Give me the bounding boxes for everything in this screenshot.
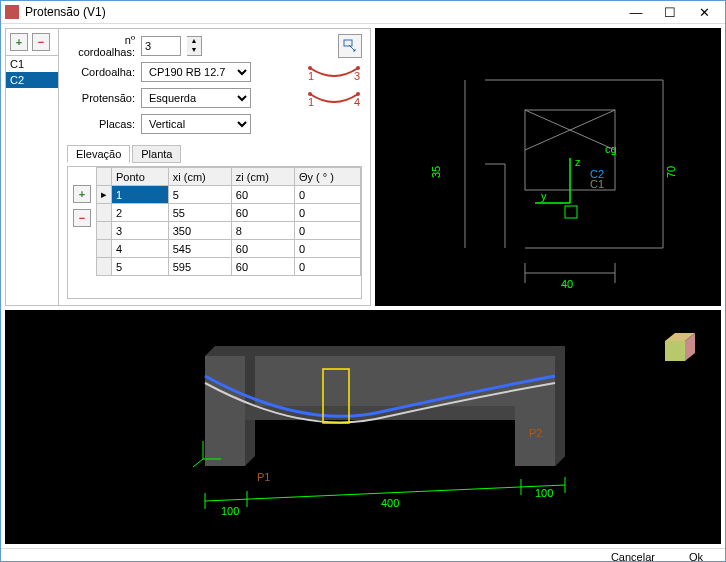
dim-len3: 100 [535, 487, 553, 499]
placas-label: Placas: [67, 118, 135, 130]
cordoalha-label: Cordoalha: [67, 66, 135, 78]
cell[interactable]: 0 [294, 204, 360, 222]
dim-len1: 100 [221, 505, 239, 517]
cell[interactable]: 595 [168, 258, 231, 276]
add-point-button[interactable]: + [73, 185, 91, 203]
add-cable-button[interactable]: + [10, 33, 28, 51]
table-row[interactable]: ▸15600 [97, 186, 361, 204]
table-row[interactable]: 335080 [97, 222, 361, 240]
col-header[interactable]: Θy ( ° ) [294, 168, 360, 186]
tendon-diagram-bottom: 14 [306, 88, 362, 108]
svg-marker-26 [205, 346, 565, 356]
cordoalha-select[interactable]: CP190 RB 12.7 [141, 62, 251, 82]
cell[interactable]: 1 [112, 186, 169, 204]
minimize-button[interactable]: — [619, 1, 653, 23]
tendon-diagram-top: 13 [306, 62, 362, 82]
cell[interactable]: 3 [112, 222, 169, 240]
col-header[interactable]: Ponto [112, 168, 169, 186]
cell[interactable]: 55 [168, 204, 231, 222]
dim-35: 35 [430, 166, 442, 178]
ok-button[interactable]: Ok [685, 549, 707, 562]
dim-40: 40 [561, 278, 573, 290]
protensao-label: Protensão: [67, 92, 135, 104]
row-header[interactable] [97, 240, 112, 258]
cell[interactable]: 0 [294, 186, 360, 204]
app-icon [5, 5, 19, 19]
cell[interactable]: 60 [231, 186, 294, 204]
placas-select[interactable]: Vertical [141, 114, 251, 134]
svg-text:1: 1 [308, 96, 314, 108]
row-header[interactable] [97, 204, 112, 222]
cell[interactable]: 0 [294, 222, 360, 240]
row-header[interactable] [97, 258, 112, 276]
svg-rect-0 [344, 40, 352, 46]
protensao-select[interactable]: Esquerda [141, 88, 251, 108]
cell[interactable]: 350 [168, 222, 231, 240]
row-header[interactable]: ▸ [97, 186, 112, 204]
view-cube[interactable] [665, 333, 695, 361]
dim-len2: 400 [381, 497, 399, 509]
tab-planta[interactable]: Planta [132, 145, 181, 163]
svg-marker-32 [555, 346, 565, 466]
cancel-button[interactable]: Cancelar [607, 549, 659, 562]
section-viewport[interactable]: C2 C1 cg y z 35 70 40 [375, 28, 721, 306]
svg-line-37 [193, 459, 203, 467]
cell[interactable]: 5 [168, 186, 231, 204]
label-y: y [541, 190, 547, 202]
dialog-footer: Cancelar Ok [1, 548, 725, 562]
titlebar: Protensão (V1) — ☐ ✕ [1, 1, 725, 24]
svg-rect-23 [565, 206, 577, 218]
cell[interactable]: 60 [231, 258, 294, 276]
cable-item[interactable]: C2 [6, 72, 58, 88]
svg-rect-28 [205, 356, 555, 406]
pick-tool-button[interactable] [338, 34, 362, 58]
cell[interactable]: 60 [231, 240, 294, 258]
cell[interactable]: 0 [294, 258, 360, 276]
window-title: Protensão (V1) [25, 5, 619, 19]
ncordoalhas-up[interactable]: ▲ [187, 37, 201, 46]
cell[interactable]: 2 [112, 204, 169, 222]
maximize-button[interactable]: ☐ [653, 1, 687, 23]
ncordoalhas-down[interactable]: ▼ [187, 46, 201, 55]
cell[interactable]: 8 [231, 222, 294, 240]
svg-rect-29 [205, 356, 245, 466]
cable-item[interactable]: C1 [6, 56, 58, 72]
cell[interactable]: 5 [112, 258, 169, 276]
tab-elevacao[interactable]: Elevação [67, 145, 130, 163]
remove-cable-button[interactable]: − [32, 33, 50, 51]
col-header[interactable]: zi (cm) [231, 168, 294, 186]
label-p2: P2 [529, 427, 542, 439]
col-header[interactable]: xi (cm) [168, 168, 231, 186]
svg-text:3: 3 [354, 70, 360, 82]
ncordoalhas-label: nº cordoalhas: [67, 34, 135, 58]
label-p1: P1 [257, 471, 270, 483]
table-row[interactable]: 5595600 [97, 258, 361, 276]
dim-70: 70 [665, 166, 677, 178]
table-row[interactable]: 255600 [97, 204, 361, 222]
cell[interactable]: 4 [112, 240, 169, 258]
svg-text:C1: C1 [590, 178, 604, 190]
svg-rect-43 [665, 341, 685, 361]
ncordoalhas-input[interactable] [141, 36, 181, 56]
row-header[interactable] [97, 222, 112, 240]
cell[interactable]: 0 [294, 240, 360, 258]
config-pane: + − C1C2 nº cordoalhas: ▲ ▼ [5, 28, 371, 306]
window: Protensão (V1) — ☐ ✕ + − C1C2 nº cordoa [0, 0, 726, 562]
cursor-icon [343, 39, 357, 53]
cable-list-panel: + − C1C2 [5, 28, 59, 306]
label-cg: cg [605, 143, 617, 155]
table-row[interactable]: 4545600 [97, 240, 361, 258]
cable-list[interactable]: C1C2 [6, 55, 58, 305]
cell[interactable]: 545 [168, 240, 231, 258]
svg-text:4: 4 [354, 96, 360, 108]
svg-rect-31 [515, 356, 555, 466]
model-viewport[interactable]: P1 P2 100 400 100 [5, 310, 721, 544]
points-grid[interactable]: Pontoxi (cm)zi (cm)Θy ( ° ) ▸15600255600… [96, 167, 361, 298]
label-z: z [575, 156, 581, 168]
close-button[interactable]: ✕ [687, 1, 721, 23]
svg-text:1: 1 [308, 70, 314, 82]
cell[interactable]: 60 [231, 204, 294, 222]
remove-point-button[interactable]: − [73, 209, 91, 227]
